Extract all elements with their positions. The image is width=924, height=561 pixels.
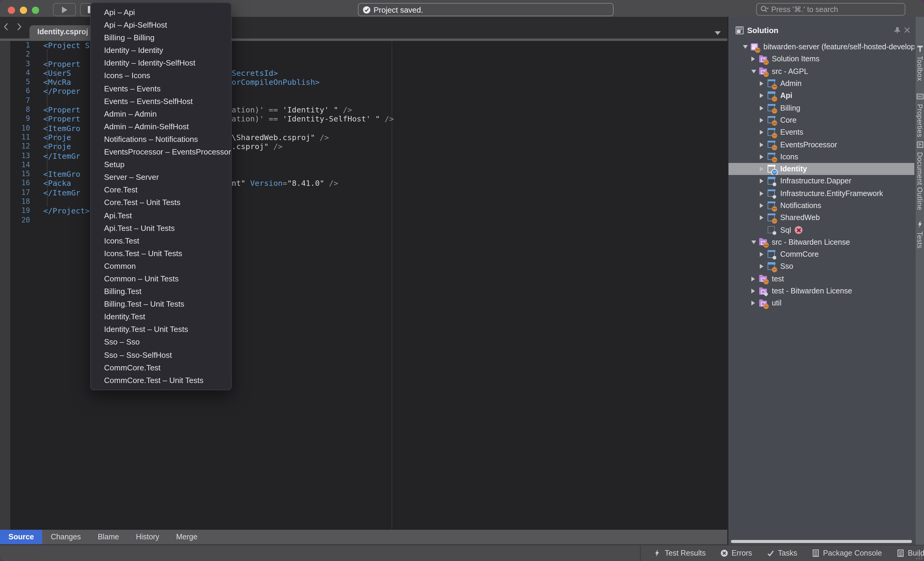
pad-button-test-results[interactable]: Test Results: [653, 549, 706, 557]
expander-closed-icon[interactable]: [752, 289, 758, 293]
run-config-menu-item[interactable]: Api – Api: [91, 6, 231, 19]
expander-closed-icon[interactable]: [760, 81, 766, 86]
resize-grip[interactable]: [915, 552, 922, 559]
expander-open-icon[interactable]: [752, 241, 758, 244]
navigate-forward-button[interactable]: [17, 23, 22, 31]
run-config-menu-item[interactable]: Events – Events-SelfHost: [91, 95, 231, 107]
run-config-menu-item[interactable]: Icons.Test – Unit Tests: [91, 247, 231, 260]
run-config-menu-item[interactable]: Admin – Admin-SelfHost: [91, 120, 231, 133]
tree-item-src-bitwarden-license[interactable]: src - Bitwarden License: [729, 236, 914, 248]
view-tab-blame[interactable]: Blame: [89, 530, 128, 544]
expander-closed-icon[interactable]: [760, 154, 766, 159]
view-tab-source[interactable]: Source: [0, 530, 42, 544]
tree-item-src-agpl[interactable]: src - AGPL: [729, 65, 914, 78]
expander-closed-icon[interactable]: [760, 191, 766, 196]
navigate-back-button[interactable]: [4, 23, 8, 31]
run-config-menu-item[interactable]: Api.Test: [91, 209, 231, 221]
tree-item-billing[interactable]: Billing: [729, 102, 914, 114]
solution-pad-horizontal-scrollbar[interactable]: [731, 540, 912, 543]
global-search-field[interactable]: [756, 3, 905, 16]
close-pad-icon[interactable]: [904, 27, 910, 33]
dock-tab-properties[interactable]: Properties: [916, 93, 924, 138]
run-config-menu-item[interactable]: Sso – Sso: [91, 336, 231, 349]
run-config-menu-item[interactable]: Notifications – Notifications: [91, 133, 231, 145]
dock-tab-toolbox[interactable]: Toolbox: [916, 45, 924, 81]
run-config-menu-item[interactable]: Core.Test – Unit Tests: [91, 196, 231, 209]
tree-item-util[interactable]: util: [729, 297, 914, 310]
tab-identity-csproj[interactable]: Identity.csproj: [30, 25, 100, 39]
view-tab-merge[interactable]: Merge: [168, 530, 206, 544]
expander-open-icon[interactable]: [743, 45, 749, 49]
run-config-menu-item[interactable]: Billing.Test: [91, 285, 231, 298]
tree-item-events[interactable]: Events: [729, 126, 914, 139]
expander-closed-icon[interactable]: [760, 215, 766, 220]
view-tab-history[interactable]: History: [128, 530, 168, 544]
tree-item-sharedweb[interactable]: SharedWeb: [729, 212, 914, 224]
tab-list-dropdown-icon[interactable]: [715, 31, 721, 35]
run-config-menu-item[interactable]: Api – Api-SelfHost: [91, 19, 231, 31]
pad-button-errors[interactable]: Errors: [720, 549, 752, 557]
tree-item-core[interactable]: Core: [729, 114, 914, 127]
run-config-menu-item[interactable]: CommCore.Test: [91, 361, 231, 374]
pin-pad-icon[interactable]: [894, 27, 900, 33]
expander-closed-icon[interactable]: [752, 301, 758, 306]
pad-button-tasks[interactable]: Tasks: [766, 549, 797, 557]
run-config-menu-item[interactable]: EventsProcessor – EventsProcessor: [91, 145, 231, 158]
expander-closed-icon[interactable]: [760, 179, 766, 184]
tree-item-infrastructure-entityframework[interactable]: Infrastructure.EntityFramework: [729, 187, 914, 200]
expander-closed-icon[interactable]: [760, 166, 766, 171]
run-config-menu-item[interactable]: Billing.Test – Unit Tests: [91, 298, 231, 310]
zoom-window-button[interactable]: [32, 7, 39, 14]
run-config-menu-item[interactable]: Admin – Admin: [91, 108, 231, 120]
run-config-menu-item[interactable]: Common: [91, 260, 231, 272]
pad-button-package-console[interactable]: Package Console: [812, 549, 882, 557]
run-config-menu-item[interactable]: Core.Test: [91, 184, 231, 196]
run-config-menu-item[interactable]: Identity – Identity: [91, 44, 231, 57]
tree-item-icons[interactable]: Icons: [729, 151, 914, 163]
run-config-menu-item[interactable]: Identity.Test: [91, 311, 231, 323]
run-config-menu-item[interactable]: CommCore.Test – Unit Tests: [91, 374, 231, 386]
view-tab-changes[interactable]: Changes: [42, 530, 89, 544]
expander-closed-icon[interactable]: [752, 57, 758, 61]
dock-tab-document-outline[interactable]: Document Outline: [916, 141, 924, 211]
tree-item-solution-items[interactable]: Solution Items: [729, 53, 914, 66]
run-config-menu-item[interactable]: Setup: [91, 158, 231, 171]
tree-item-admin[interactable]: Admin: [729, 78, 914, 90]
tree-item-identity[interactable]: Identity: [729, 163, 914, 175]
dock-tab-tests[interactable]: Tests: [916, 220, 924, 248]
tree-item-notifications[interactable]: Notifications: [729, 200, 914, 212]
expander-closed-icon[interactable]: [760, 203, 766, 208]
tree-item-sso[interactable]: Sso: [729, 261, 914, 273]
run-config-menu-item[interactable]: Sso – Sso-SelfHost: [91, 349, 231, 361]
tree-item-eventsprocessor[interactable]: EventsProcessor: [729, 139, 914, 151]
expander-closed-icon[interactable]: [760, 142, 766, 147]
tree-item-sql[interactable]: Sql: [729, 224, 914, 236]
minimize-window-button[interactable]: [20, 7, 27, 14]
tree-item-commcore[interactable]: CommCore: [729, 248, 914, 261]
run-config-menu-item[interactable]: Icons – Icons: [91, 69, 231, 82]
close-window-button[interactable]: [8, 7, 15, 14]
run-config-menu-item[interactable]: Events – Events: [91, 82, 231, 95]
run-config-menu-item[interactable]: Server – Server: [91, 171, 231, 183]
run-button[interactable]: [53, 3, 76, 16]
run-config-menu-item[interactable]: Identity.Test – Unit Tests: [91, 323, 231, 336]
expander-closed-icon[interactable]: [760, 264, 766, 269]
expander-closed-icon[interactable]: [752, 277, 758, 281]
run-config-menu-item[interactable]: Common – Unit Tests: [91, 272, 231, 285]
run-config-menu-item[interactable]: Billing – Billing: [91, 31, 231, 44]
run-config-menu-item[interactable]: Icons.Test: [91, 234, 231, 247]
tree-item-infrastructure-dapper[interactable]: Infrastructure.Dapper: [729, 175, 914, 188]
tree-item-api[interactable]: Api: [729, 90, 914, 102]
tree-item-bitwarden-server-feature-self-hosted-development[interactable]: bitwarden-server (feature/self-hosted-de…: [729, 41, 914, 53]
search-input[interactable]: [771, 5, 891, 13]
expander-closed-icon[interactable]: [760, 130, 766, 135]
expander-closed-icon[interactable]: [760, 106, 766, 110]
expander-closed-icon[interactable]: [760, 252, 766, 257]
tree-item-test-bitwarden-license[interactable]: test - Bitwarden License: [729, 285, 914, 297]
expander-closed-icon[interactable]: [760, 118, 766, 123]
tree-item-test[interactable]: test: [729, 273, 914, 285]
expander-closed-icon[interactable]: [760, 94, 766, 98]
run-config-menu-item[interactable]: Api.Test – Unit Tests: [91, 221, 231, 234]
run-config-menu-item[interactable]: Identity – Identity-SelfHost: [91, 57, 231, 69]
expander-open-icon[interactable]: [752, 69, 758, 73]
